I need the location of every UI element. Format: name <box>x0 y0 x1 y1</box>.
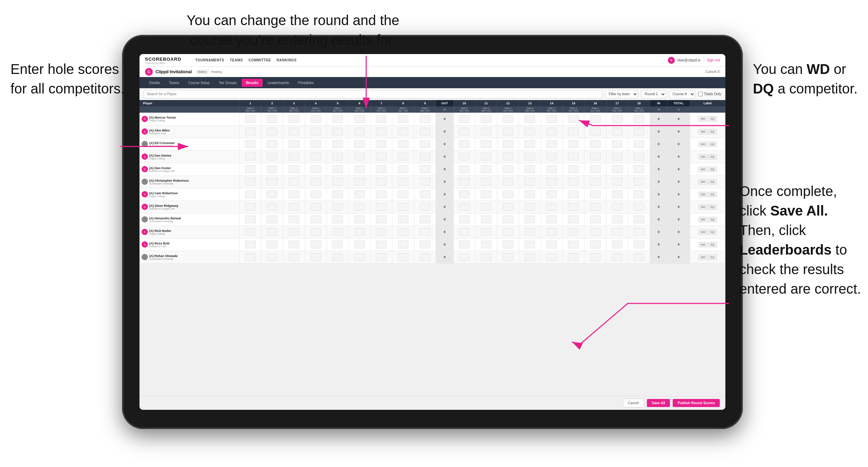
filter-by-team[interactable]: Filter by team <box>605 90 638 98</box>
hole-6-score[interactable] <box>348 175 370 188</box>
score-input-h9[interactable] <box>420 128 430 135</box>
hole-18-score[interactable] <box>628 175 650 188</box>
hole-15-score[interactable] <box>563 213 584 226</box>
hole-3-score[interactable] <box>283 113 305 125</box>
hole-14-score[interactable] <box>541 201 563 213</box>
score-input-h6[interactable] <box>354 115 365 123</box>
tab-tee-groups[interactable]: Tee Groups <box>214 79 241 87</box>
score-input-h15[interactable] <box>568 241 579 248</box>
hole-5-score[interactable] <box>327 163 349 175</box>
score-input-h1[interactable] <box>245 140 256 148</box>
score-input-h10[interactable] <box>459 203 469 211</box>
hole-4-score[interactable] <box>305 125 327 138</box>
score-input-h4[interactable] <box>311 190 321 198</box>
hole-17-score[interactable] <box>606 138 628 150</box>
score-input-h11[interactable] <box>481 253 491 261</box>
score-input-h1[interactable] <box>245 228 256 236</box>
hole-6-score[interactable] <box>348 163 370 175</box>
score-input-h18[interactable] <box>634 216 644 223</box>
hole-13-score[interactable] <box>519 163 541 175</box>
score-input-h1[interactable] <box>245 190 256 198</box>
hole-16-score[interactable] <box>584 238 606 251</box>
wd-button[interactable]: WD <box>699 217 707 222</box>
hole-10-score[interactable] <box>453 113 475 125</box>
dq-button[interactable]: DQ <box>708 167 717 172</box>
hole-5-score[interactable] <box>327 251 349 263</box>
hole-3-score[interactable] <box>283 226 305 238</box>
hole-15-score[interactable] <box>563 175 584 188</box>
dq-button[interactable]: DQ <box>708 129 717 134</box>
score-input-h18[interactable] <box>634 241 644 248</box>
score-input-h4[interactable] <box>311 228 321 236</box>
tab-printables[interactable]: Printables <box>294 79 318 87</box>
hole-17-score[interactable] <box>606 188 628 201</box>
score-input-h13[interactable] <box>524 165 535 173</box>
score-input-h3[interactable] <box>289 140 299 148</box>
score-input-h6[interactable] <box>354 178 365 186</box>
hole-11-score[interactable] <box>475 125 497 138</box>
hole-12-score[interactable] <box>497 163 519 175</box>
score-input-h13[interactable] <box>524 228 535 236</box>
hole-6-score[interactable] <box>348 113 370 125</box>
score-input-h16[interactable] <box>590 165 601 173</box>
score-input-h10[interactable] <box>459 228 469 236</box>
hole-11-score[interactable] <box>475 188 497 201</box>
score-input-h16[interactable] <box>590 228 601 236</box>
score-input-h7[interactable] <box>376 190 386 198</box>
hole-5-score[interactable] <box>327 138 349 150</box>
hole-9-score[interactable] <box>414 213 436 226</box>
score-input-h10[interactable] <box>459 140 469 148</box>
hole-16-score[interactable] <box>584 213 606 226</box>
hole-1-score[interactable] <box>239 175 261 188</box>
hole-12-score[interactable] <box>497 150 519 163</box>
hole-13-score[interactable] <box>519 138 541 150</box>
hole-13-score[interactable] <box>519 226 541 238</box>
hole-4-score[interactable] <box>305 226 327 238</box>
hole-8-score[interactable] <box>392 125 414 138</box>
score-input-h17[interactable] <box>612 140 622 148</box>
hole-2-score[interactable] <box>261 251 283 263</box>
totals-only-toggle[interactable]: Totals Only <box>698 92 721 96</box>
hole-11-score[interactable] <box>475 226 497 238</box>
hole-5-score[interactable] <box>327 188 349 201</box>
dq-button[interactable]: DQ <box>708 204 717 210</box>
score-input-h4[interactable] <box>311 178 321 186</box>
dq-button[interactable]: DQ <box>708 179 717 184</box>
hole-16-score[interactable] <box>584 150 606 163</box>
score-input-h18[interactable] <box>634 115 644 123</box>
hole-7-score[interactable] <box>370 251 392 263</box>
tab-results[interactable]: Results <box>242 79 263 87</box>
hole-14-score[interactable] <box>541 213 563 226</box>
score-input-h8[interactable] <box>398 241 408 248</box>
score-input-h5[interactable] <box>332 165 343 173</box>
score-input-h5[interactable] <box>332 216 343 223</box>
hole-2-score[interactable] <box>261 138 283 150</box>
score-input-h5[interactable] <box>332 153 343 160</box>
hole-14-score[interactable] <box>541 238 563 251</box>
tab-teams[interactable]: Teams <box>165 79 183 87</box>
score-input-h3[interactable] <box>289 165 299 173</box>
hole-7-score[interactable] <box>370 238 392 251</box>
score-input-h10[interactable] <box>459 115 469 123</box>
score-input-h5[interactable] <box>332 228 343 236</box>
score-input-h10[interactable] <box>459 216 469 223</box>
dq-button[interactable]: DQ <box>708 229 717 235</box>
score-input-h8[interactable] <box>398 165 408 173</box>
hole-8-score[interactable] <box>392 226 414 238</box>
hole-12-score[interactable] <box>497 138 519 150</box>
hole-3-score[interactable] <box>283 213 305 226</box>
score-input-h17[interactable] <box>612 178 622 186</box>
score-input-h18[interactable] <box>634 128 644 135</box>
hole-4-score[interactable] <box>305 150 327 163</box>
hole-2-score[interactable] <box>261 175 283 188</box>
score-input-h17[interactable] <box>612 228 622 236</box>
score-input-h14[interactable] <box>546 140 557 148</box>
publish-button[interactable]: Publish Round Scores <box>673 399 720 407</box>
wd-button[interactable]: WD <box>699 192 707 197</box>
hole-6-score[interactable] <box>348 150 370 163</box>
score-input-h17[interactable] <box>612 115 622 123</box>
hole-2-score[interactable] <box>261 238 283 251</box>
score-input-h17[interactable] <box>612 203 622 211</box>
hole-13-score[interactable] <box>519 251 541 263</box>
tab-course-setup[interactable]: Course Setup <box>184 79 214 87</box>
